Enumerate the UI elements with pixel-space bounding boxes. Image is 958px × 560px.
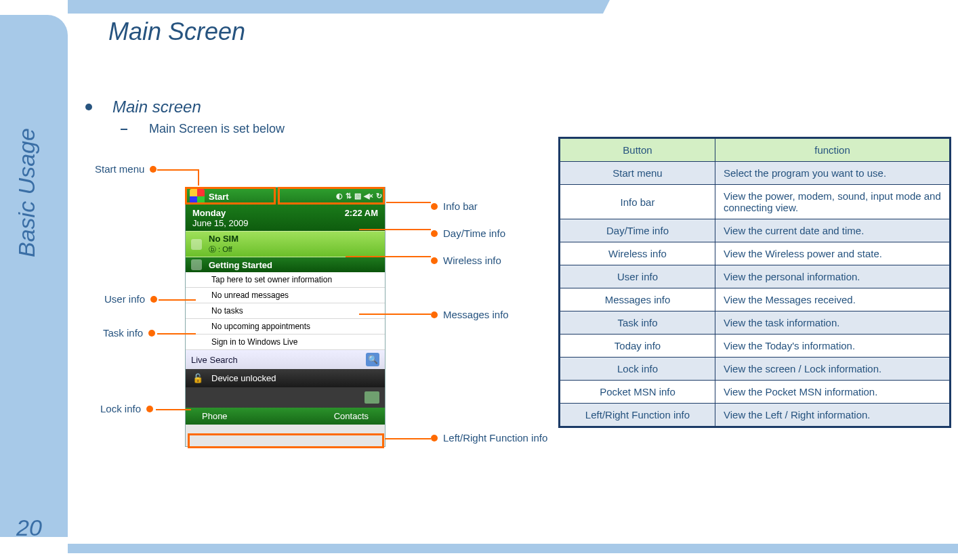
- phone-status-icons: ◐ ⇅ ▧ ◀× ↻: [301, 189, 382, 202]
- callout-dot-icon: [148, 330, 155, 337]
- phone-today-list: Tap here to set owner information No unr…: [186, 272, 385, 350]
- table-cell-button: Pocket MSN info: [560, 381, 715, 404]
- phone-live-search: Live Search 🔍: [186, 350, 385, 369]
- table-cell-button: Day/Time info: [560, 219, 715, 242]
- table-cell-function: View the task information.: [715, 311, 951, 335]
- table-cell-function: Select the program you want to use.: [715, 162, 951, 185]
- table-cell-button: Start menu: [560, 162, 715, 185]
- phone-appts-row: No upcoming appointments: [186, 319, 385, 335]
- table-cell-function: View the personal information.: [715, 265, 951, 288]
- phone-soft-right: Contacts: [334, 411, 369, 421]
- table-cell-function: View the current date and time.: [715, 219, 951, 242]
- lock-icon: 🔓: [192, 373, 203, 383]
- table-row: Lock infoView the screen / Lock informat…: [560, 358, 951, 381]
- callout-label: Info bar: [443, 200, 478, 212]
- getting-started-icon: [191, 259, 202, 270]
- phone-time: 2:22 AM: [345, 208, 378, 228]
- bullet-main: Main screen: [85, 98, 201, 116]
- table-cell-button: Wireless info: [560, 242, 715, 265]
- sidebar-section-label: Basic Usage: [14, 128, 40, 257]
- callout-label: Wireless info: [443, 255, 501, 266]
- sidebar-block: [0, 15, 68, 537]
- phone-softkey-bar: Phone Contacts: [186, 408, 385, 425]
- callout-dot-icon: [431, 257, 438, 264]
- table-cell-button: Info bar: [560, 185, 715, 219]
- phone-livesearch-label: Live Search: [191, 355, 238, 365]
- arrow-line: [159, 299, 196, 301]
- table-header-button: Button: [560, 138, 715, 162]
- page-number: 20: [16, 515, 42, 541]
- phone-bt: : Off: [218, 245, 232, 253]
- bottom-accent-bar: [68, 544, 958, 553]
- bullet-sub-text: Main Screen is set below: [149, 122, 285, 136]
- phone-start-label: Start: [209, 192, 229, 202]
- bullet-main-text: Main screen: [112, 98, 201, 116]
- signal-icon: [191, 239, 202, 250]
- table-cell-function: View the Pocket MSN information.: [715, 381, 951, 404]
- arrow-line: [359, 314, 431, 315]
- callout-dot-icon: [431, 435, 438, 441]
- phone-unlock-text: Device unlocked: [211, 373, 276, 383]
- phone-start-bar: Start ◐ ⇅ ▧ ◀× ↻: [186, 188, 385, 205]
- status-icon: ↻: [376, 192, 382, 200]
- table-row: Info barView the power, modem, sound, in…: [560, 185, 951, 219]
- callout-user-info: User info: [104, 293, 157, 305]
- bullet-dot-icon: [85, 104, 92, 110]
- phone-getting-started: Getting Started: [186, 257, 385, 272]
- phone-sim: No SIM: [209, 234, 238, 244]
- top-accent-bar: [68, 0, 958, 14]
- table-cell-function: View the screen / Lock information.: [715, 358, 951, 381]
- arrow-line: [346, 256, 431, 257]
- callout-dot-icon: [431, 203, 438, 210]
- callout-label: Messages info: [443, 309, 509, 320]
- phone-date: June 15, 2009: [192, 218, 248, 228]
- callout-dot-icon: [150, 166, 157, 173]
- status-icon: ▧: [354, 192, 361, 200]
- phone-live-row: Sign in to Windows Live: [186, 335, 385, 350]
- phone-soft-left: Phone: [202, 411, 228, 421]
- table-row: Today infoView the Today's information.: [560, 335, 951, 358]
- table-cell-function: View the power, modem, sound, input mode…: [715, 185, 951, 219]
- table-row: Messages infoView the Messages received.: [560, 288, 951, 311]
- table-cell-function: View the Left / Right information.: [715, 404, 951, 427]
- callout-messages: Messages info: [431, 309, 509, 320]
- table-cell-function: View the Messages received.: [715, 288, 951, 311]
- arrow-line: [385, 438, 431, 439]
- callout-task-info: Task info: [103, 327, 155, 339]
- status-icon: ⇅: [346, 192, 352, 200]
- arrow-line: [359, 229, 431, 230]
- phone-unlock-row: 🔓 Device unlocked: [186, 369, 385, 387]
- callout-label: Start menu: [95, 163, 144, 175]
- phone-getting-label: Getting Started: [209, 260, 272, 270]
- phone-owner-text: Tap here to set owner information: [211, 275, 332, 284]
- table-cell-button: Left/Right Function info: [560, 404, 715, 427]
- table-row: Left/Right Function infoView the Left / …: [560, 404, 951, 427]
- phone-messages-row: No unread messages: [186, 288, 385, 303]
- arrow-line: [386, 202, 431, 203]
- table-cell-button: User info: [560, 265, 715, 288]
- table-cell-button: Lock info: [560, 358, 715, 381]
- callout-label: Left/Right Function info: [443, 432, 547, 444]
- search-icon: 🔍: [366, 353, 379, 366]
- phone-sim-row: No SIM ⓑ : Off: [186, 231, 385, 257]
- phone-appts-text: No upcoming appointments: [211, 322, 310, 331]
- table-row: Start menuSelect the program you want to…: [560, 162, 951, 185]
- table-header-function: function: [715, 138, 951, 162]
- status-icon: ◀×: [364, 192, 373, 200]
- table-cell-function: View the Today's information.: [715, 335, 951, 358]
- page-title: Main Screen: [108, 18, 245, 46]
- table-cell-function: View the Wireless power and state.: [715, 242, 951, 265]
- table-row: Pocket MSN infoView the Pocket MSN infor…: [560, 381, 951, 404]
- callout-softkeys: Left/Right Function info: [431, 432, 547, 444]
- status-icon: ◐: [336, 192, 343, 200]
- table-row: Day/Time infoView the current date and t…: [560, 219, 951, 242]
- button-function-table: Button function Start menuSelect the pro…: [558, 137, 951, 428]
- callout-daytime: Day/Time info: [431, 228, 505, 239]
- table-row: User infoView the personal information.: [560, 265, 951, 288]
- content-area: Main screen Main Screen is set below Sta…: [68, 54, 958, 526]
- windows-flag-icon: [190, 189, 205, 204]
- phone-live-text: Sign in to Windows Live: [211, 337, 297, 347]
- callout-label: Lock info: [100, 403, 141, 414]
- table-row: Wireless infoView the Wireless power and…: [560, 242, 951, 265]
- callout-dot-icon: [150, 296, 157, 303]
